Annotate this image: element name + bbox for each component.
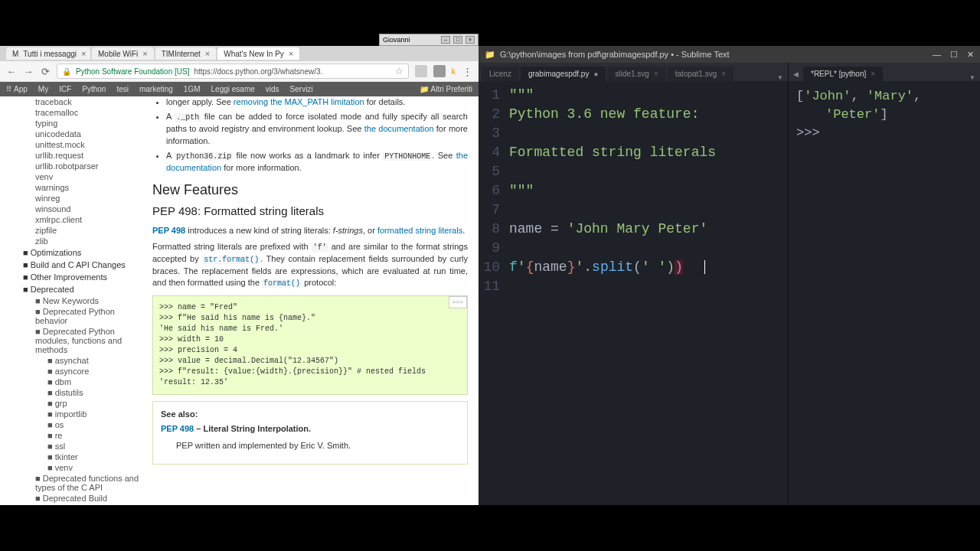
tab-dropdown-icon[interactable]: ▼ [777,74,783,81]
sidebar-item[interactable]: ■ ssl [23,441,142,452]
lock-icon: 🔒 [62,67,71,76]
chrome-browser-window: MTutti i messaggi× Mobile WiFi× TIMInter… [0,46,479,505]
sidebar-item[interactable]: ■ distutils [23,387,142,398]
doc-link[interactable]: PEP 498 [161,424,194,433]
code-lines[interactable]: """ Python 3.6 new feature: Formatted st… [509,86,788,505]
doc-link[interactable]: the documentation [364,124,434,133]
chrome-tab-active[interactable]: What's New In Py× [217,47,299,60]
chrome-tab[interactable]: TIMInternet× [155,47,217,60]
sidebar-item[interactable]: ■ os [23,419,142,430]
close-icon[interactable]: × [721,70,726,78]
sidebar-item[interactable]: ■ New Keywords [23,295,142,306]
editor-tab[interactable]: slide1.svg × [607,67,665,81]
editor-pane: Licenz grabimagespdf.py ● slide1.svg × t… [479,63,789,505]
url-bar[interactable]: 🔒 Python Software Foundation [US] https:… [57,64,409,79]
subsection-heading: PEP 498: Formatted string literals [152,204,468,217]
chrome-tab[interactable]: MTutti i messaggi× [6,47,90,60]
bookmark-item[interactable]: Leggi esame [211,85,255,93]
code-editor[interactable]: 1234567891011 """ Python 3.6 new feature… [479,81,788,505]
sidebar-item[interactable]: xmlrpc.client [23,214,142,225]
ext-icon[interactable]: k [452,67,456,76]
sidebar-section[interactable]: ■ Deprecated [23,283,142,295]
sidebar-item[interactable]: ■ venv [23,462,142,473]
close-icon[interactable]: × [81,49,86,58]
ext-icon[interactable] [433,65,446,77]
doc-bullet: A python36.zip file now works as a landm… [166,150,468,174]
close-icon[interactable]: × [466,36,475,44]
minimize-icon[interactable]: – [441,36,450,44]
close-icon[interactable]: × [142,49,147,58]
sidebar-item[interactable]: ■ asyncore [23,366,142,377]
sidebar-item[interactable]: ■ Deprecated Build [23,493,142,504]
editor-tab-active[interactable]: grabimagespdf.py ● [521,67,606,81]
reload-icon[interactable]: ⟳ [40,66,51,77]
folder-icon: 📁 [485,50,495,60]
sidebar-item[interactable]: ■ Deprecated functions and types of the … [23,473,142,493]
sidebar-item[interactable]: ■ asynchat [23,355,142,366]
seealso-title: See also: [161,409,459,419]
menu-icon[interactable]: ⋮ [462,66,472,77]
close-icon[interactable]: × [205,49,210,58]
sidebar-item[interactable]: winsound [23,204,142,214]
close-icon[interactable]: × [289,49,293,58]
sidebar-item[interactable]: winreg [23,193,142,204]
paragraph: Formatted string literals are prefixed w… [152,241,468,289]
bookmark-item[interactable]: Servizi [290,85,313,93]
minimize-icon[interactable]: — [933,50,941,60]
repl-output[interactable]: ['John', 'Mary', 'Peter'] >>> [789,81,980,505]
editor-tab[interactable]: Licenz [482,67,519,81]
repl-tab[interactable]: *REPL* [python] × [803,67,883,81]
back-icon[interactable]: ← [6,66,17,77]
sidebar-item[interactable]: venv [23,171,142,182]
bookmark-item[interactable]: Python [82,85,106,93]
sidebar-item[interactable]: ■ importlib [23,409,142,419]
sidebar-item[interactable]: warnings [23,182,142,193]
star-icon[interactable]: ☆ [395,66,403,77]
sidebar-section[interactable]: ■ Other Improvements [23,271,142,283]
sidebar-item[interactable]: unicodedata [23,129,142,139]
sidebar-item[interactable]: ■ dbm [23,377,142,387]
docs-main: longer apply. See removing the MAX_PATH … [142,96,479,505]
sidebar-item[interactable]: ■ grp [23,398,142,409]
doc-link[interactable]: PEP 498 [152,226,185,235]
bookmark-item[interactable]: tesi [116,85,129,93]
sidebar-item[interactable]: zlib [23,236,142,246]
maximize-icon[interactable]: □ [453,36,462,44]
sidebar-item[interactable]: zipfile [23,225,142,236]
bookmark-item[interactable]: My [38,85,48,93]
copy-button[interactable]: >>> [449,296,467,308]
sidebar-item[interactable]: urllib.robotparser [23,161,142,171]
sidebar-item[interactable]: traceback [23,96,142,107]
sidebar-section[interactable]: ■ Build and C API Changes [23,259,142,271]
sidebar-item[interactable]: ■ Deprecated Python modules, functions a… [23,326,142,355]
sidebar-section[interactable]: ■ Optimizations [23,246,142,259]
url-path: https://docs.python.org/3/whatsnew/3. [194,67,322,76]
ext-icon[interactable] [415,65,427,77]
sidebar-item[interactable]: ■ re [23,430,142,441]
background-window-titlebar[interactable]: Giovanni – □ × [379,34,479,46]
editor-tab[interactable]: tatopat1.svg × [668,67,733,81]
bookmark-item[interactable]: 1GM [184,85,201,93]
chevron-left-icon[interactable]: ◀ [793,70,799,78]
bookmark-folder[interactable]: 📁 Altri Preferiti [420,85,472,93]
bookmark-item[interactable]: ICF [59,85,71,93]
doc-link[interactable]: formatted string literals [377,226,462,235]
close-icon[interactable]: × [654,70,658,78]
tab-dropdown-icon[interactable]: ▼ [969,74,975,81]
sidebar-item[interactable]: ■ Deprecated Python behavior [23,306,142,326]
maximize-icon[interactable]: ☐ [950,50,958,60]
forward-icon[interactable]: → [23,66,34,77]
sidebar-item[interactable]: urllib.request [23,150,142,161]
sidebar-item[interactable]: ■ tkinter [23,452,142,462]
close-icon[interactable]: × [871,70,875,78]
sidebar-item[interactable]: tracemalloc [23,107,142,118]
chrome-tab[interactable]: Mobile WiFi× [92,47,154,60]
sidebar-item[interactable]: typing [23,118,142,129]
sublime-titlebar: 📁 G:\python\images from pdf\grabimagespd… [479,46,980,63]
bookmark-item[interactable]: vids [266,85,279,93]
doc-link[interactable]: removing the MAX_PATH limitation [234,97,364,106]
sidebar-item[interactable]: unittest.mock [23,139,142,150]
bookmark-item[interactable]: marketing [139,85,173,93]
apps-icon[interactable]: ⠿ App [6,85,28,93]
close-icon[interactable]: ✕ [967,50,974,60]
